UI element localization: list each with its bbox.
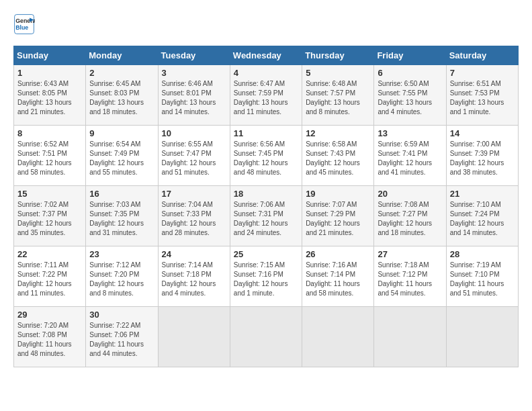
weekday-header: Friday bbox=[374, 46, 446, 65]
daylight-label: Daylight: 12 hours and 41 minutes. bbox=[378, 159, 432, 176]
sunrise-label: Sunrise: 7:04 AM bbox=[162, 201, 213, 208]
day-number: 4 bbox=[234, 68, 298, 78]
day-info: Sunrise: 7:20 AM Sunset: 7:08 PM Dayligh… bbox=[17, 321, 82, 359]
calendar-day-cell: 10 Sunrise: 6:55 AM Sunset: 7:47 PM Dayl… bbox=[158, 126, 230, 186]
calendar-day-cell: 23 Sunrise: 7:12 AM Sunset: 7:20 PM Dayl… bbox=[86, 246, 158, 307]
sunrise-label: Sunrise: 7:16 AM bbox=[306, 261, 357, 269]
sunrise-label: Sunrise: 7:12 AM bbox=[89, 261, 140, 269]
sunrise-label: Sunrise: 7:20 AM bbox=[17, 322, 69, 329]
daylight-label: Daylight: 13 hours and 11 minutes. bbox=[234, 99, 288, 116]
daylight-label: Daylight: 13 hours and 14 minutes. bbox=[162, 99, 216, 116]
weekday-header: Tuesday bbox=[158, 46, 230, 65]
sunrise-label: Sunrise: 6:55 AM bbox=[162, 140, 213, 148]
daylight-label: Daylight: 12 hours and 58 minutes. bbox=[17, 159, 72, 176]
sunset-label: Sunset: 7:10 PM bbox=[450, 271, 500, 278]
sunrise-label: Sunrise: 6:50 AM bbox=[378, 80, 429, 87]
calendar-body: 1 Sunrise: 6:43 AM Sunset: 8:05 PM Dayli… bbox=[14, 65, 519, 367]
daylight-label: Daylight: 13 hours and 8 minutes. bbox=[306, 99, 360, 116]
calendar-day-cell: 19 Sunrise: 7:07 AM Sunset: 7:29 PM Dayl… bbox=[302, 186, 374, 246]
day-info: Sunrise: 7:15 AM Sunset: 7:16 PM Dayligh… bbox=[234, 261, 298, 298]
sunset-label: Sunset: 7:31 PM bbox=[234, 210, 283, 218]
sunset-label: Sunset: 8:03 PM bbox=[89, 89, 139, 97]
day-info: Sunrise: 7:11 AM Sunset: 7:22 PM Dayligh… bbox=[17, 261, 82, 298]
day-info: Sunrise: 6:51 AM Sunset: 7:53 PM Dayligh… bbox=[450, 79, 515, 117]
calendar-day-cell: 12 Sunrise: 6:58 AM Sunset: 7:43 PM Dayl… bbox=[302, 126, 374, 186]
day-number: 23 bbox=[89, 249, 154, 259]
daylight-label: Daylight: 12 hours and 31 minutes. bbox=[89, 220, 144, 236]
sunrise-label: Sunrise: 6:58 AM bbox=[306, 140, 357, 148]
day-info: Sunrise: 7:14 AM Sunset: 7:18 PM Dayligh… bbox=[162, 261, 226, 298]
day-info: Sunrise: 7:10 AM Sunset: 7:24 PM Dayligh… bbox=[450, 200, 515, 238]
daylight-label: Daylight: 12 hours and 8 minutes. bbox=[89, 280, 144, 297]
sunrise-label: Sunrise: 7:22 AM bbox=[89, 322, 140, 329]
day-number: 27 bbox=[378, 249, 442, 259]
day-number: 26 bbox=[306, 249, 370, 259]
calendar-day-cell: 21 Sunrise: 7:10 AM Sunset: 7:24 PM Dayl… bbox=[446, 186, 518, 246]
day-number: 7 bbox=[450, 68, 515, 78]
calendar-day-cell: 29 Sunrise: 7:20 AM Sunset: 7:08 PM Dayl… bbox=[14, 307, 86, 367]
svg-text:General: General bbox=[15, 17, 35, 24]
day-number: 29 bbox=[17, 310, 82, 320]
day-number: 8 bbox=[17, 128, 82, 138]
sunset-label: Sunset: 7:39 PM bbox=[450, 150, 500, 157]
daylight-label: Daylight: 13 hours and 18 minutes. bbox=[89, 99, 144, 116]
sunset-label: Sunset: 7:06 PM bbox=[89, 331, 139, 338]
calendar-day-cell: 26 Sunrise: 7:16 AM Sunset: 7:14 PM Dayl… bbox=[302, 246, 374, 307]
daylight-label: Daylight: 12 hours and 35 minutes. bbox=[17, 220, 72, 236]
day-number: 9 bbox=[89, 128, 154, 138]
daylight-label: Daylight: 12 hours and 14 minutes. bbox=[450, 220, 504, 236]
day-number: 21 bbox=[450, 189, 515, 199]
weekday-header: Monday bbox=[86, 46, 158, 65]
sunset-label: Sunset: 7:18 PM bbox=[162, 271, 212, 278]
calendar-header: SundayMondayTuesdayWednesdayThursdayFrid… bbox=[14, 46, 519, 65]
sunrise-label: Sunrise: 7:11 AM bbox=[17, 261, 69, 269]
sunset-label: Sunset: 7:37 PM bbox=[17, 210, 67, 218]
daylight-label: Daylight: 12 hours and 51 minutes. bbox=[162, 159, 216, 176]
weekday-header: Thursday bbox=[302, 46, 374, 65]
sunset-label: Sunset: 7:14 PM bbox=[306, 271, 355, 278]
day-number: 25 bbox=[234, 249, 298, 259]
day-info: Sunrise: 6:46 AM Sunset: 8:01 PM Dayligh… bbox=[162, 79, 226, 117]
daylight-label: Daylight: 12 hours and 18 minutes. bbox=[378, 220, 432, 236]
calendar-day-cell: 7 Sunrise: 6:51 AM Sunset: 7:53 PM Dayli… bbox=[446, 65, 518, 126]
sunset-label: Sunset: 7:45 PM bbox=[234, 150, 283, 157]
sunset-label: Sunset: 7:51 PM bbox=[17, 150, 67, 157]
day-number: 18 bbox=[234, 189, 298, 199]
calendar-day-cell: 3 Sunrise: 6:46 AM Sunset: 8:01 PM Dayli… bbox=[158, 65, 230, 126]
calendar-week-row: 8 Sunrise: 6:52 AM Sunset: 7:51 PM Dayli… bbox=[14, 126, 519, 186]
sunrise-label: Sunrise: 6:56 AM bbox=[234, 140, 285, 148]
sunrise-label: Sunrise: 7:00 AM bbox=[450, 140, 501, 148]
sunrise-label: Sunrise: 7:14 AM bbox=[162, 261, 213, 269]
sunrise-label: Sunrise: 6:48 AM bbox=[306, 80, 357, 87]
sunset-label: Sunset: 7:59 PM bbox=[234, 89, 283, 97]
calendar-day-cell: 30 Sunrise: 7:22 AM Sunset: 7:06 PM Dayl… bbox=[86, 307, 158, 367]
day-number: 24 bbox=[162, 249, 226, 259]
daylight-label: Daylight: 12 hours and 4 minutes. bbox=[162, 280, 216, 297]
calendar-day-cell: 15 Sunrise: 7:02 AM Sunset: 7:37 PM Dayl… bbox=[14, 186, 86, 246]
day-info: Sunrise: 6:43 AM Sunset: 8:05 PM Dayligh… bbox=[17, 79, 82, 117]
sunset-label: Sunset: 7:35 PM bbox=[89, 210, 139, 218]
sunset-label: Sunset: 7:22 PM bbox=[17, 271, 67, 278]
calendar-day-cell: 2 Sunrise: 6:45 AM Sunset: 8:03 PM Dayli… bbox=[86, 65, 158, 126]
daylight-label: Daylight: 12 hours and 45 minutes. bbox=[306, 159, 360, 176]
sunrise-label: Sunrise: 6:43 AM bbox=[17, 80, 69, 87]
day-number: 30 bbox=[89, 310, 154, 320]
calendar-day-cell: 1 Sunrise: 6:43 AM Sunset: 8:05 PM Dayli… bbox=[14, 65, 86, 126]
calendar-week-row: 22 Sunrise: 7:11 AM Sunset: 7:22 PM Dayl… bbox=[14, 246, 519, 307]
day-number: 10 bbox=[162, 128, 226, 138]
day-number: 1 bbox=[17, 68, 82, 78]
daylight-label: Daylight: 11 hours and 51 minutes. bbox=[450, 280, 504, 297]
day-info: Sunrise: 7:02 AM Sunset: 7:37 PM Dayligh… bbox=[17, 200, 82, 238]
sunset-label: Sunset: 7:12 PM bbox=[378, 271, 427, 278]
sunset-label: Sunset: 8:01 PM bbox=[162, 89, 212, 97]
sunrise-label: Sunrise: 7:02 AM bbox=[17, 201, 69, 208]
day-info: Sunrise: 7:08 AM Sunset: 7:27 PM Dayligh… bbox=[378, 200, 442, 238]
calendar-week-row: 1 Sunrise: 6:43 AM Sunset: 8:05 PM Dayli… bbox=[14, 65, 519, 126]
sunrise-label: Sunrise: 6:51 AM bbox=[450, 80, 501, 87]
daylight-label: Daylight: 12 hours and 24 minutes. bbox=[234, 220, 288, 236]
day-info: Sunrise: 7:03 AM Sunset: 7:35 PM Dayligh… bbox=[89, 200, 154, 238]
calendar-week-row: 15 Sunrise: 7:02 AM Sunset: 7:37 PM Dayl… bbox=[14, 186, 519, 246]
calendar-day-cell: 8 Sunrise: 6:52 AM Sunset: 7:51 PM Dayli… bbox=[14, 126, 86, 186]
day-info: Sunrise: 7:22 AM Sunset: 7:06 PM Dayligh… bbox=[89, 321, 154, 359]
day-info: Sunrise: 6:55 AM Sunset: 7:47 PM Dayligh… bbox=[162, 140, 226, 177]
